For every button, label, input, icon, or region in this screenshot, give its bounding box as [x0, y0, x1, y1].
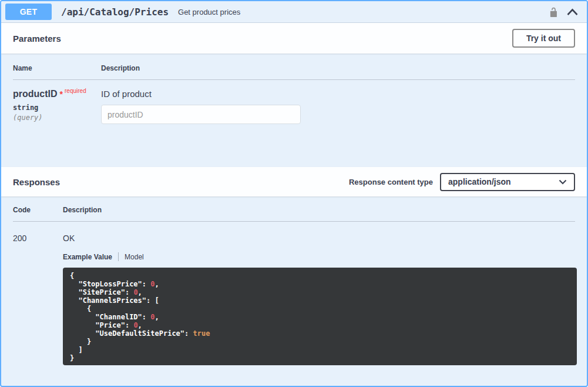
response-status-code: 200 [13, 233, 63, 365]
responses-section-header: Responses Response content type applicat… [1, 167, 587, 196]
response-row: 200 OK Example Value Model { "StopLossPr… [13, 222, 575, 365]
parameters-table: Name Description productID*required stri… [1, 54, 587, 167]
unlocked-padlock-icon [549, 6, 559, 18]
parameter-name: productID [13, 89, 58, 99]
chevron-down-icon [559, 179, 567, 185]
example-json-code: { "StopLossPrice": 0, "SitePrice": 0, "C… [63, 268, 577, 365]
parameters-name-column-header: Name [13, 64, 101, 72]
collapse-button[interactable] [566, 8, 579, 16]
responses-code-column-header: Code [13, 206, 63, 214]
response-content-type-value: application/json [448, 177, 511, 186]
tab-example-value[interactable]: Example Value [63, 253, 112, 261]
responses-title: Responses [13, 177, 60, 187]
model-example-tabs: Example Value Model [63, 252, 577, 261]
auth-lock-button[interactable] [549, 6, 559, 18]
endpoint-summary-text: Get product prices [178, 8, 549, 16]
parameter-type: string [13, 104, 101, 112]
required-star: * [60, 89, 63, 99]
parameters-description-column-header: Description [101, 64, 575, 72]
required-label: required [65, 88, 86, 94]
parameter-value-input[interactable] [101, 105, 301, 124]
try-it-out-button[interactable]: Try it out [512, 29, 575, 48]
parameter-row: productID*required string (query) ID of … [13, 80, 575, 124]
api-endpoint-panel: GET /api/Catalog/Prices Get product pric… [0, 0, 588, 387]
parameter-location: (query) [13, 114, 101, 122]
parameters-section-header: Parameters Try it out [1, 23, 587, 54]
responses-description-column-header: Description [63, 206, 575, 214]
response-content-type-label: Response content type [349, 178, 433, 186]
responses-table: Code Description 200 OK Example Value Mo… [1, 196, 587, 386]
parameter-description: ID of product [101, 89, 575, 99]
chevron-up-icon [566, 8, 579, 16]
parameters-table-header: Name Description [13, 64, 575, 80]
response-content-type-select[interactable]: application/json [440, 173, 575, 191]
tab-model[interactable]: Model [125, 253, 144, 261]
parameters-title: Parameters [13, 34, 61, 44]
endpoint-summary-bar[interactable]: GET /api/Catalog/Prices Get product pric… [1, 1, 587, 23]
responses-table-header: Code Description [13, 206, 575, 222]
http-method-badge: GET [5, 4, 52, 20]
tab-separator [118, 252, 119, 261]
response-description: OK [63, 233, 577, 243]
endpoint-path: /api/Catalog/Prices [61, 6, 169, 18]
